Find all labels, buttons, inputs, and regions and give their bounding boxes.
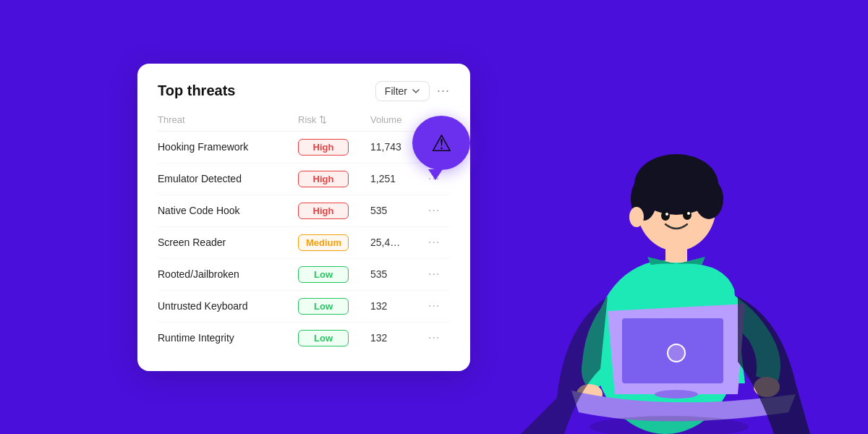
- svg-point-10: [668, 344, 685, 362]
- table-row: Runtime Integrity Low 132 ···: [158, 323, 450, 354]
- bubble-background: ⚠: [412, 116, 470, 170]
- person-svg: [521, 72, 810, 434]
- risk-badge: High: [298, 139, 349, 156]
- table-row: Untrusted Keyboard Low 132 ···: [158, 291, 450, 323]
- risk-badge: High: [298, 203, 349, 219]
- risk-badge: Low: [298, 298, 349, 315]
- threat-name: Hooking Framework: [158, 141, 298, 153]
- table-header: Threat Risk ⇅ Volume: [158, 114, 450, 132]
- illustration: [521, 58, 825, 434]
- svg-point-14: [687, 212, 690, 215]
- svg-point-9: [655, 390, 698, 399]
- row-more-button[interactable]: ···: [428, 204, 450, 217]
- row-more-button[interactable]: ···: [428, 236, 450, 249]
- threat-name: Runtime Integrity: [158, 332, 298, 344]
- risk-badge: Low: [298, 330, 349, 346]
- table-row: Emulator Detected High 1,251 ···: [158, 163, 450, 195]
- top-threats-card: Top threats Filter ··· Threat Risk ⇅ Vol…: [137, 64, 470, 371]
- row-more-button[interactable]: ···: [428, 268, 450, 281]
- header-actions: Filter ···: [375, 81, 450, 101]
- warning-icon: ⚠: [431, 129, 452, 157]
- table-body: Hooking Framework High 11,743 ··· Emulat…: [158, 132, 450, 354]
- threat-name: Rooted/Jailbroken: [158, 268, 298, 280]
- col-threat: Threat: [158, 114, 298, 125]
- threat-name: Screen Reader: [158, 237, 298, 248]
- volume-value: 535: [370, 205, 428, 216]
- col-risk: Risk ⇅: [298, 114, 370, 125]
- warning-bubble: ⚠: [412, 116, 477, 181]
- table-row: Rooted/Jailbroken Low 535 ···: [158, 259, 450, 291]
- volume-value: 132: [370, 332, 428, 344]
- card-title: Top threats: [158, 82, 235, 99]
- svg-point-11: [661, 210, 670, 221]
- svg-point-12: [683, 210, 692, 220]
- risk-badge: Medium: [298, 234, 349, 251]
- row-more-button[interactable]: ···: [428, 331, 450, 344]
- filter-label: Filter: [385, 85, 407, 97]
- risk-badge: High: [298, 171, 349, 187]
- threat-name: Emulator Detected: [158, 173, 298, 184]
- card-header: Top threats Filter ···: [158, 81, 450, 101]
- risk-badge: Low: [298, 266, 349, 283]
- card-more-button[interactable]: ···: [437, 83, 450, 98]
- svg-point-13: [665, 213, 668, 216]
- row-more-button[interactable]: ···: [428, 299, 450, 312]
- volume-value: 25,4…: [370, 237, 428, 248]
- table-row: Hooking Framework High 11,743 ···: [158, 132, 450, 163]
- svg-rect-5: [665, 244, 687, 263]
- volume-value: 132: [370, 300, 428, 312]
- svg-point-15: [629, 207, 644, 227]
- svg-point-4: [694, 179, 723, 219]
- chevron-down-icon: [412, 87, 420, 95]
- threat-name: Untrusted Keyboard: [158, 300, 298, 312]
- filter-button[interactable]: Filter: [375, 81, 430, 101]
- table-row: Screen Reader Medium 25,4… ···: [158, 227, 450, 259]
- threat-name: Native Code Hook: [158, 205, 298, 216]
- table-row: Native Code Hook High 535 ···: [158, 195, 450, 227]
- volume-value: 535: [370, 268, 428, 280]
